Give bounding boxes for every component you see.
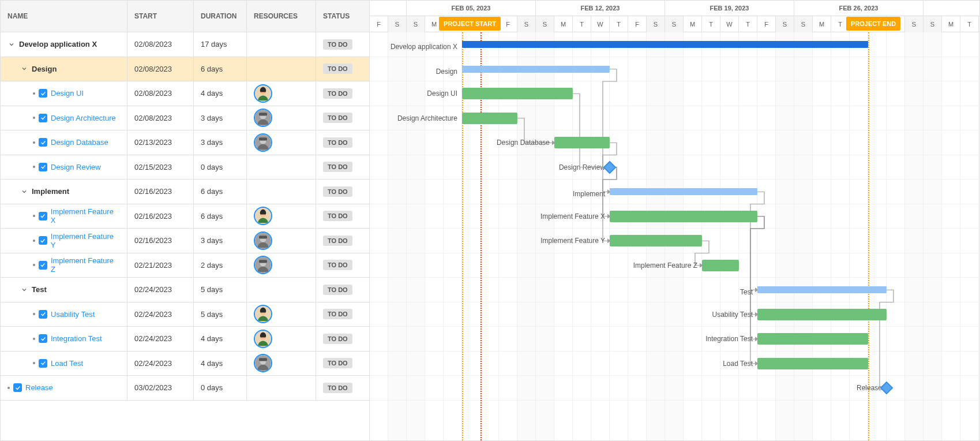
col-header-resources[interactable]: RESOURCES: [247, 1, 316, 32]
avatar[interactable]: [254, 207, 272, 225]
task-status[interactable]: TO DO: [316, 352, 368, 376]
expand-toggle[interactable]: [20, 286, 28, 294]
task-duration[interactable]: 17 days: [194, 32, 247, 57]
summary-bar[interactable]: Develop application X: [462, 41, 868, 48]
milestone-diamond[interactable]: [880, 382, 893, 395]
task-bar[interactable]: Implement Feature X: [610, 211, 757, 222]
expand-toggle[interactable]: [20, 188, 28, 196]
task-row[interactable]: Implement02/16/20236 daysTO DO: [1, 180, 369, 204]
task-duration[interactable]: 6 days: [194, 180, 247, 204]
summary-bar[interactable]: Test: [757, 286, 887, 293]
task-duration[interactable]: 4 days: [194, 81, 247, 106]
avatar[interactable]: [254, 305, 272, 323]
task-status[interactable]: TO DO: [316, 180, 368, 204]
task-checkbox[interactable]: [39, 334, 47, 343]
task-row[interactable]: Design02/08/20236 daysTO DO: [1, 57, 369, 82]
task-checkbox[interactable]: [39, 310, 47, 319]
task-name[interactable]: Implement Feature Z: [51, 256, 120, 274]
task-name[interactable]: Release: [25, 383, 53, 392]
task-resources[interactable]: [247, 130, 316, 155]
task-row[interactable]: Implement Feature Z02/21/20232 daysTO DO: [1, 253, 369, 278]
task-bar[interactable]: Implement Feature Y: [610, 235, 702, 246]
task-checkbox[interactable]: [39, 359, 47, 368]
timeline-row[interactable]: Implement Feature X: [370, 204, 979, 229]
task-status[interactable]: TO DO: [316, 376, 368, 400]
task-resources[interactable]: [247, 106, 316, 130]
task-name[interactable]: Implement Feature Y: [51, 232, 120, 249]
timeline[interactable]: FEB 05, 2023FEB 12, 2023FEB 19, 2023FEB …: [370, 1, 979, 440]
timeline-row[interactable]: Design Database: [370, 130, 979, 155]
task-status[interactable]: TO DO: [316, 106, 368, 130]
task-name[interactable]: Load Test: [51, 359, 83, 368]
avatar[interactable]: [254, 133, 272, 152]
col-header-duration[interactable]: DURATION: [194, 1, 247, 32]
task-start[interactable]: 02/08/2023: [127, 57, 194, 81]
timeline-row[interactable]: Usability Test: [370, 302, 979, 327]
task-status[interactable]: TO DO: [316, 278, 368, 302]
task-name[interactable]: Design Database: [51, 138, 108, 147]
summary-bar[interactable]: Design: [462, 66, 610, 73]
task-resources[interactable]: [247, 204, 316, 229]
avatar[interactable]: [254, 330, 272, 348]
task-row[interactable]: Usability Test02/24/20235 daysTO DO: [1, 302, 369, 327]
task-start[interactable]: 03/02/2023: [127, 376, 194, 400]
task-start[interactable]: 02/16/2023: [127, 229, 194, 253]
avatar[interactable]: [254, 109, 272, 127]
task-start[interactable]: 02/16/2023: [127, 180, 194, 204]
timeline-row[interactable]: Implement: [370, 180, 979, 204]
task-row[interactable]: Implement Feature Y02/16/20233 daysTO DO: [1, 229, 369, 253]
timeline-row[interactable]: Integration Test: [370, 327, 979, 352]
task-name[interactable]: Design UI: [51, 89, 84, 98]
task-resources[interactable]: [247, 57, 316, 81]
timeline-row[interactable]: Design UI: [370, 81, 979, 106]
task-resources[interactable]: [247, 278, 316, 302]
task-status[interactable]: TO DO: [316, 32, 368, 57]
task-name[interactable]: Integration Test: [51, 334, 102, 343]
task-duration[interactable]: 5 days: [194, 302, 247, 327]
task-status[interactable]: TO DO: [316, 155, 368, 180]
task-duration[interactable]: 3 days: [194, 229, 247, 253]
col-header-status[interactable]: STATUS: [316, 1, 368, 32]
task-start[interactable]: 02/24/2023: [127, 278, 194, 302]
task-row[interactable]: Develop application X02/08/202317 daysTO…: [1, 32, 369, 57]
task-duration[interactable]: 4 days: [194, 352, 247, 376]
task-resources[interactable]: [247, 302, 316, 327]
task-start[interactable]: 02/24/2023: [127, 302, 194, 327]
task-bar[interactable]: Implement Feature Z: [702, 260, 739, 271]
task-bar[interactable]: Usability Test: [757, 309, 887, 320]
avatar[interactable]: [254, 231, 272, 250]
avatar[interactable]: [254, 84, 272, 103]
task-start[interactable]: 02/08/2023: [127, 81, 194, 106]
task-duration[interactable]: 3 days: [194, 106, 247, 130]
task-resources[interactable]: [247, 376, 316, 400]
timeline-row[interactable]: Release: [370, 376, 979, 401]
task-row[interactable]: Design UI02/08/20234 daysTO DO: [1, 81, 369, 106]
task-start[interactable]: 02/24/2023: [127, 352, 194, 376]
task-status[interactable]: TO DO: [316, 81, 368, 106]
task-row[interactable]: Design Architecture02/08/20233 daysTO DO: [1, 106, 369, 131]
avatar[interactable]: [254, 354, 272, 372]
task-name[interactable]: Design Review: [51, 163, 101, 171]
task-status[interactable]: TO DO: [316, 302, 368, 327]
task-start[interactable]: 02/08/2023: [127, 32, 194, 57]
task-checkbox[interactable]: [39, 89, 47, 98]
task-status[interactable]: TO DO: [316, 130, 368, 155]
task-checkbox[interactable]: [39, 261, 47, 270]
task-status[interactable]: TO DO: [316, 57, 368, 81]
task-status[interactable]: TO DO: [316, 253, 368, 278]
task-checkbox[interactable]: [39, 212, 47, 220]
timeline-row[interactable]: Test: [370, 278, 979, 302]
task-resources[interactable]: [247, 327, 316, 351]
timeline-row[interactable]: Design Review: [370, 155, 979, 180]
task-duration[interactable]: 0 days: [194, 155, 247, 180]
expand-toggle[interactable]: [7, 40, 16, 48]
task-checkbox[interactable]: [39, 236, 47, 245]
milestone-diamond[interactable]: [603, 160, 617, 174]
task-start[interactable]: 02/15/2023: [127, 155, 194, 180]
task-resources[interactable]: [247, 352, 316, 376]
timeline-row[interactable]: Design: [370, 57, 979, 82]
task-checkbox[interactable]: [39, 114, 47, 122]
task-duration[interactable]: 4 days: [194, 327, 247, 351]
task-start[interactable]: 02/24/2023: [127, 327, 194, 351]
task-resources[interactable]: [247, 253, 316, 278]
